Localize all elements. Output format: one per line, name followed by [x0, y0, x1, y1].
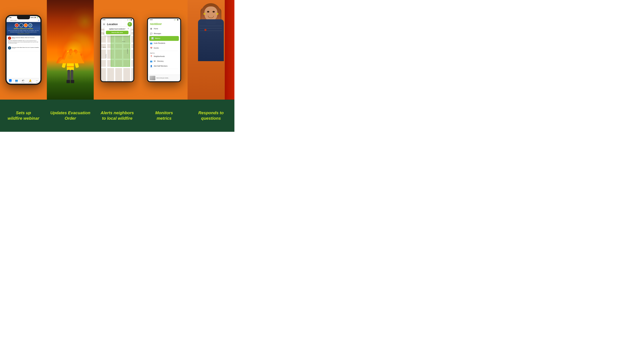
status-time: 5:06: [8, 17, 12, 18]
panel-responds-questions: [188, 0, 234, 100]
fire-flames: [56, 35, 84, 75]
nd-metrics-label: Metrics: [155, 37, 160, 39]
caption-4: Monitorsmetrics: [155, 110, 173, 121]
nd-nav-directory[interactable]: 👥 88 Directory: [148, 59, 180, 64]
events-nav-icon: 📅: [150, 47, 152, 49]
nd-directory-label: Directory: [157, 60, 164, 62]
badge-logo-2: 🔥: [24, 23, 28, 27]
nd-nav-invite[interactable]: 👥 Invite Residents: [148, 41, 180, 46]
webinar-date: Tuesday April 6 from 6:30 to: [8, 33, 39, 34]
neighborhoods-nav-icon: 📍: [150, 55, 152, 58]
phone-2: 13th St 17th St 18th St 23rd St 25th St …: [100, 17, 134, 82]
caption-panel-1: Sets upwildfire webinar: [0, 100, 47, 132]
map-label-25th: 25th St: [103, 47, 106, 48]
phone-screen-3: 10:28 ▲ 🔋 ▐▌ nextdoor 🏛 Home: [148, 18, 180, 81]
back-icon[interactable]: ‹: [8, 19, 8, 21]
android-time-2: 10:28: [102, 19, 105, 20]
woman-photo-area: [188, 0, 234, 100]
nd-preview-thumbnail: [150, 76, 155, 80]
nd-preview-text: How to test your smoke...: [156, 77, 169, 78]
nd-messages-label: Messages: [154, 33, 161, 34]
panel-alerts-neighbors: 13th St 17th St 18th St 23rd St 25th St …: [94, 0, 140, 100]
nd-nav-neighborhoods[interactable]: 📍 Neighborhoods: [148, 54, 180, 59]
browser-url: calfire.ca.gov/...: [9, 19, 38, 21]
webinar-subtitle: Join us as we present CAL FIRE's "Ready,…: [8, 30, 39, 33]
nav-home[interactable]: ⌂ Home: [9, 79, 12, 83]
map-label-treal: Treal Ave: [106, 54, 106, 58]
map-search-button[interactable]: 🔍: [128, 22, 132, 26]
nd-nav-add-staff[interactable]: 👤 Add Staff Members: [148, 64, 180, 68]
nd-nav-metrics[interactable]: 📊 Metrics: [149, 36, 179, 41]
nextdoor-app: 10:28 ▲ 🔋 ▐▌ nextdoor 🏛 Home: [148, 18, 180, 81]
status-icons: ●●● LTE 🔋: [30, 17, 38, 18]
groups-icon: 👥: [15, 79, 18, 82]
phone-frame-3: 10:28 ▲ 🔋 ▐▌ nextdoor 🏛 Home: [147, 17, 181, 82]
map-label-alabama: Alabama St: [127, 48, 128, 53]
nav-notifications[interactable]: 🔔 Notifications: [28, 79, 32, 83]
share-icon[interactable]: ⎙: [38, 19, 39, 21]
webinar-title: Wildfire Awareness Webinar: [8, 28, 39, 30]
nav-more[interactable]: ··· More: [36, 79, 38, 83]
sweater-body: [198, 19, 224, 61]
post-time-2: 7 day ago: [12, 48, 39, 49]
post-body: WILDFIRE AWARENESS WEBINAR: Meet our gue…: [8, 40, 39, 44]
nav-forsale[interactable]: 🏷 For Sale: [22, 79, 24, 83]
post-to-area-button[interactable]: Post to this area: [106, 31, 128, 34]
bottom-nav: ⌂ Home 👥 Groups 🏷 For Sale 🔔: [6, 78, 40, 84]
forsale-icon: 🏷: [22, 79, 24, 82]
phone-screen-1: 5:06 ●●● LTE 🔋 ‹ calfire.ca.gov/... ⎙: [6, 16, 40, 84]
post-header-2: AD Adventure of the Other Sierra Cruz 1s…: [8, 46, 39, 49]
metrics-nav-icon: 📊: [151, 37, 154, 39]
nd-neighborhoods-label: Neighborhoods: [154, 55, 165, 57]
nd-nav-events[interactable]: 📅 Events: [148, 46, 180, 50]
phone-frame-1: 5:06 ●●● LTE 🔋 ‹ calfire.ca.gov/... ⎙: [5, 15, 42, 85]
nd-directory-count: 88: [154, 60, 156, 62]
woman-figure: [190, 0, 232, 100]
post-header: CF Wildfire Awareness Webinar: Meet Our …: [8, 36, 39, 40]
right-eye: [212, 11, 215, 12]
phone-1: 5:06 ●●● LTE 🔋 ‹ calfire.ca.gov/... ⎙: [5, 15, 42, 85]
smile: [208, 16, 214, 18]
map-background: 13th St 17th St 18th St 23rd St 25th St …: [101, 18, 133, 81]
captions-section: Sets upwildfire webinar Updates Evacuati…: [0, 100, 234, 132]
nav-groups[interactable]: 👥 Groups: [15, 79, 18, 83]
phone-frame-2: 13th St 17th St 18th St 23rd St 25th St …: [100, 17, 134, 82]
badge-logo-3: ⚙: [28, 23, 32, 27]
nextdoor-logo: nextdoor: [150, 22, 178, 26]
map-close-button[interactable]: ✕: [102, 23, 106, 26]
nd-status-icons: ▲ 🔋 ▐▌: [174, 19, 178, 20]
directory-nav-icon: 👥: [150, 60, 152, 62]
popup-close-button[interactable]: ✕: [128, 27, 129, 30]
nd-nav-home[interactable]: 🏛 Home: [148, 26, 180, 31]
knit-3: [200, 30, 222, 31]
nd-add-staff-label: Add Staff Members: [154, 65, 168, 67]
nd-invite-label: Invite Residents: [154, 42, 165, 44]
caption-3: Alerts neighborsto local wildfire: [100, 110, 134, 121]
webinar-logos: CALFIRE 🛡 🔥 ⚙: [8, 23, 39, 27]
left-eye: [207, 11, 209, 12]
android-statusbar-2: 10:28 ▲ 🔋 ▐▌: [101, 18, 133, 21]
update-question-text: Update local residents?: [109, 28, 126, 30]
top-section: 5:06 ●●● LTE 🔋 ‹ calfire.ca.gov/... ⎙: [0, 0, 234, 100]
caption-panel-3: Alerts neighborsto local wildfire: [94, 100, 140, 132]
notifications-icon: 🔔: [29, 79, 32, 82]
post-content-2: AD Adventure of the Other Sierra Cruz 1s…: [6, 45, 40, 51]
panel-monitors-metrics: 10:28 ▲ 🔋 ▐▌ nextdoor 🏛 Home: [141, 0, 188, 100]
location-title: Location: [107, 23, 118, 26]
nd-bottom-preview: How to test your smoke...: [148, 75, 180, 81]
left-earring: [204, 13, 206, 15]
caption-panel-2: Updates Evacuation Order: [47, 100, 94, 132]
nextdoor-header: nextdoor: [148, 21, 180, 26]
caption-panel-5: Responds toquestions: [188, 100, 234, 132]
post-author-2: Adventure of the Other Sierra Cruz 1st #…: [12, 47, 39, 48]
caption-5: Responds toquestions: [198, 110, 224, 121]
nd-nav-messages[interactable]: 💬 Messages: [148, 31, 180, 36]
knit-1: [200, 26, 222, 26]
fire-scene: [47, 0, 94, 100]
panel-wildfire-webinar: 5:06 ●●● LTE 🔋 ‹ calfire.ca.gov/... ⎙: [0, 0, 47, 100]
badge-logo-1: 🛡: [19, 23, 23, 27]
right-earring: [216, 13, 218, 15]
phone-notch-1: [17, 16, 30, 19]
nav-home-label: Home: [9, 82, 11, 83]
home-nav-icon: 🏛: [150, 28, 152, 30]
